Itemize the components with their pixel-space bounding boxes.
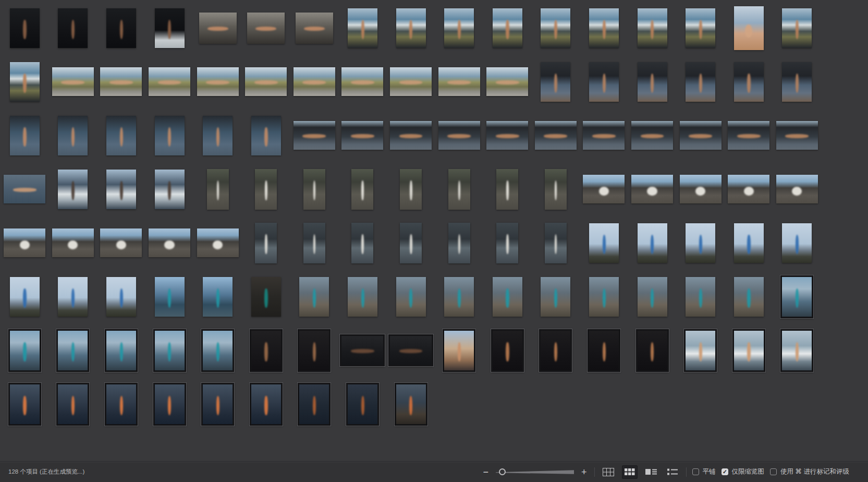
photo-thumbnail[interactable]	[728, 121, 769, 150]
photo-thumbnail[interactable]	[390, 67, 432, 96]
photo-thumbnail[interactable]	[247, 13, 285, 44]
photo-thumbnail[interactable]	[776, 121, 818, 150]
photo-thumbnail[interactable]	[149, 67, 190, 96]
photo-thumbnail[interactable]	[782, 8, 812, 48]
photo-thumbnail[interactable]	[636, 329, 669, 372]
photo-thumbnail[interactable]	[341, 121, 383, 150]
photo-thumbnail[interactable]	[351, 169, 373, 210]
photo-thumbnail[interactable]	[734, 6, 764, 50]
photo-thumbnail[interactable]	[296, 13, 333, 44]
photo-thumbnail[interactable]	[444, 277, 474, 317]
photo-thumbnail[interactable]	[105, 383, 138, 426]
photo-thumbnail[interactable]	[734, 277, 764, 317]
tile-checkbox[interactable]	[692, 468, 699, 475]
photo-thumbnail[interactable]	[52, 67, 94, 96]
photo-thumbnail[interactable]	[638, 277, 667, 317]
photo-thumbnail[interactable]	[732, 329, 765, 372]
photo-thumbnail[interactable]	[58, 277, 88, 317]
thumbnail-size-slider[interactable]	[496, 468, 574, 476]
photo-thumbnail[interactable]	[493, 8, 522, 48]
slider-knob[interactable]	[499, 468, 506, 475]
photo-thumbnail[interactable]	[251, 277, 281, 317]
photo-thumbnail[interactable]	[780, 275, 813, 318]
photo-thumbnail[interactable]	[250, 383, 283, 426]
photo-thumbnail[interactable]	[541, 62, 570, 102]
photo-thumbnail[interactable]	[438, 121, 480, 150]
photo-thumbnail[interactable]	[299, 277, 329, 317]
photo-thumbnail[interactable]	[58, 170, 88, 209]
photo-thumbnail[interactable]	[395, 383, 427, 426]
list-view-button[interactable]	[665, 465, 680, 479]
photo-thumbnail[interactable]	[294, 67, 335, 96]
photo-thumbnail[interactable]	[149, 228, 190, 257]
photo-thumbnail[interactable]	[638, 62, 667, 102]
photo-thumbnail[interactable]	[294, 121, 335, 150]
photo-thumbnail[interactable]	[255, 223, 277, 263]
photo-thumbnail[interactable]	[106, 116, 136, 155]
photo-thumbnail[interactable]	[444, 8, 474, 48]
photo-thumbnail[interactable]	[588, 329, 620, 372]
photo-thumbnail[interactable]	[245, 67, 287, 96]
photo-thumbnail[interactable]	[100, 228, 142, 257]
photo-thumbnail[interactable]	[686, 62, 715, 102]
photo-thumbnail[interactable]	[8, 383, 41, 426]
photo-thumbnail[interactable]	[782, 62, 812, 102]
photo-thumbnail[interactable]	[388, 334, 433, 366]
photo-thumbnail[interactable]	[638, 8, 667, 48]
photo-thumbnail[interactable]	[348, 8, 377, 48]
photo-thumbnail[interactable]	[52, 228, 94, 257]
photo-thumbnail[interactable]	[56, 383, 89, 426]
photo-thumbnail[interactable]	[638, 223, 667, 263]
photo-thumbnail[interactable]	[400, 169, 422, 210]
photo-thumbnail[interactable]	[58, 116, 88, 155]
photo-thumbnail[interactable]	[106, 8, 136, 48]
photo-thumbnail[interactable]	[10, 62, 40, 102]
photo-thumbnail[interactable]	[734, 223, 764, 263]
photo-thumbnail[interactable]	[589, 62, 619, 102]
photo-thumbnail[interactable]	[780, 329, 813, 372]
photo-thumbnail[interactable]	[684, 329, 717, 372]
photo-thumbnail[interactable]	[589, 223, 619, 263]
photo-thumbnail[interactable]	[155, 170, 185, 209]
photo-thumbnail[interactable]	[448, 169, 470, 210]
photo-thumbnail[interactable]	[4, 175, 45, 203]
photo-thumbnail[interactable]	[100, 67, 142, 96]
photo-thumbnail[interactable]	[390, 121, 432, 150]
photo-thumbnail[interactable]	[728, 175, 769, 203]
photo-thumbnail[interactable]	[539, 329, 572, 372]
photo-thumbnail[interactable]	[545, 169, 567, 210]
photo-thumbnail[interactable]	[541, 277, 570, 317]
photo-thumbnail[interactable]	[496, 169, 518, 210]
photo-thumbnail[interactable]	[341, 67, 383, 96]
photo-thumbnail[interactable]	[255, 169, 277, 210]
photo-thumbnail[interactable]	[396, 8, 426, 48]
photo-thumbnail[interactable]	[496, 223, 518, 263]
thumbnails-only-checkbox[interactable]	[722, 468, 728, 475]
photo-thumbnail[interactable]	[106, 277, 136, 317]
photo-thumbnail[interactable]	[106, 170, 136, 209]
photo-thumbnail[interactable]	[583, 175, 625, 203]
photo-thumbnail[interactable]	[535, 121, 577, 150]
photo-thumbnail[interactable]	[589, 277, 619, 317]
photo-thumbnail[interactable]	[583, 121, 625, 150]
photo-thumbnail[interactable]	[197, 228, 239, 257]
photo-thumbnail[interactable]	[348, 277, 377, 317]
photo-thumbnail[interactable]	[438, 67, 480, 96]
photo-thumbnail[interactable]	[298, 383, 331, 426]
photo-thumbnail[interactable]	[545, 223, 567, 263]
photo-thumbnail[interactable]	[303, 169, 325, 210]
photo-thumbnail[interactable]	[203, 277, 233, 317]
photo-thumbnail[interactable]	[10, 116, 40, 155]
photo-thumbnail[interactable]	[56, 329, 89, 372]
photo-thumbnail[interactable]	[782, 223, 812, 263]
photo-thumbnail[interactable]	[680, 121, 722, 150]
photo-thumbnail[interactable]	[207, 169, 229, 210]
thumbnail-larger-button[interactable]: +	[580, 467, 589, 477]
photo-thumbnail[interactable]	[201, 329, 234, 372]
photo-thumbnail[interactable]	[105, 329, 138, 372]
photo-thumbnail[interactable]	[155, 116, 185, 155]
photo-thumbnail[interactable]	[340, 334, 385, 366]
grid-lock-view-button[interactable]	[601, 465, 616, 479]
photo-thumbnail[interactable]	[197, 67, 239, 96]
photo-thumbnail[interactable]	[251, 116, 281, 155]
